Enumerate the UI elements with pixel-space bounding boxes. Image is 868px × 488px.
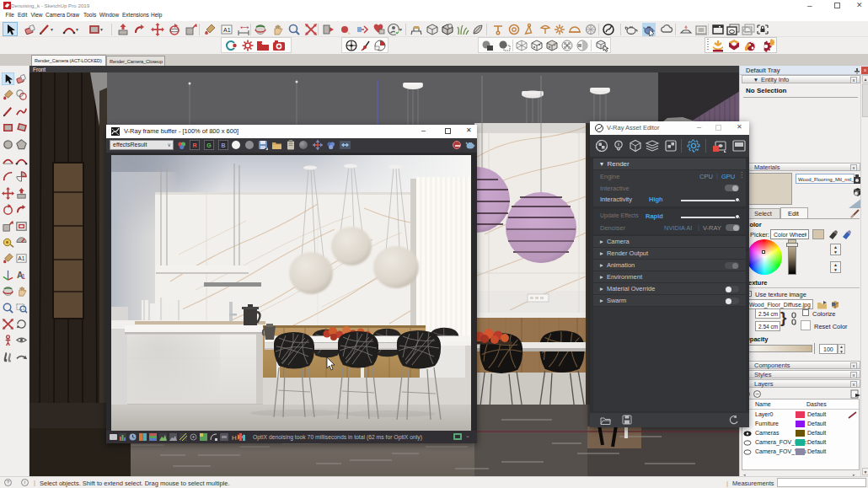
svg-text:A1: A1 bbox=[18, 256, 24, 262]
svg-text:H: H bbox=[232, 434, 237, 442]
svg-text:⟷: ⟷ bbox=[240, 24, 249, 30]
svg-text:1: 1 bbox=[22, 272, 26, 281]
svg-text:A1: A1 bbox=[223, 27, 231, 33]
svg-text:Front: Front bbox=[33, 67, 46, 72]
